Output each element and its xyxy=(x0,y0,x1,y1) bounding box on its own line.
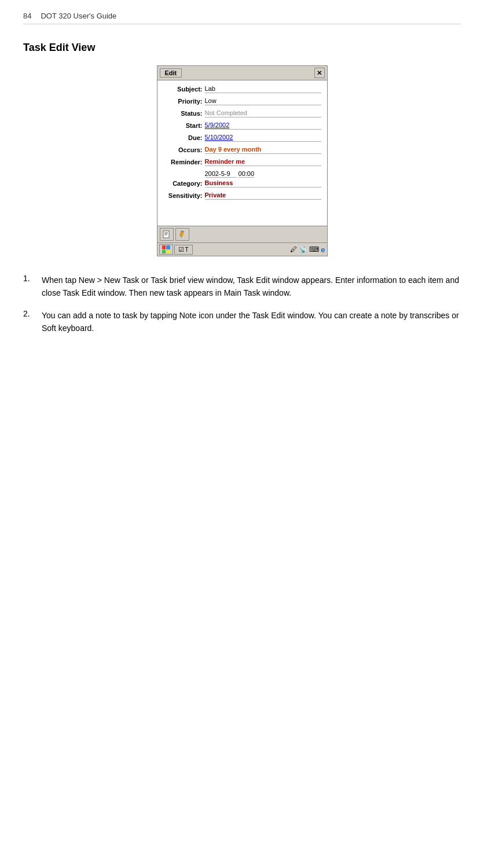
windows-logo-icon xyxy=(162,245,170,253)
edit-button[interactable] xyxy=(175,228,189,241)
category-label: Category: xyxy=(163,179,205,187)
due-row: Due: 5/10/2002 xyxy=(163,134,321,144)
occurs-label: Occurs: xyxy=(163,146,205,153)
instruction-2: 2. You can add a note to task by tapping… xyxy=(23,309,461,335)
task-app-button[interactable]: ☑ T xyxy=(174,245,193,255)
pencil-icon xyxy=(178,230,186,238)
subject-label: Subject: xyxy=(163,85,205,93)
status-row: Status: Not Completed xyxy=(163,109,321,120)
sensitivity-row: Sensitivity: Private xyxy=(163,192,321,202)
reminder-datetime-row: 2002-5-9 00:00 xyxy=(205,170,321,178)
reminder-date[interactable]: 2002-5-9 xyxy=(205,170,236,178)
section-title: Task Edit View xyxy=(23,42,461,54)
task-app-label: T xyxy=(185,247,189,253)
window-spacer xyxy=(163,204,321,221)
occurs-value[interactable]: Day 9 every month xyxy=(205,146,321,154)
priority-label: Priority: xyxy=(163,97,205,105)
reminder-label: Reminder: xyxy=(163,158,205,165)
window-toolbar xyxy=(157,226,327,242)
ie-icon[interactable]: e xyxy=(321,245,325,254)
window-taskbar: ☑ T 🖊 📡 ⌨ e xyxy=(157,242,327,256)
sensitivity-value[interactable]: Private xyxy=(205,192,321,200)
stylus-icon[interactable]: 🖊 xyxy=(290,245,297,253)
status-label: Status: xyxy=(163,109,205,117)
category-value[interactable]: Business xyxy=(205,179,321,187)
reminder-time[interactable]: 00:00 xyxy=(239,170,255,178)
keyboard-icon[interactable]: ⌨ xyxy=(309,245,319,253)
due-value[interactable]: 5/10/2002 xyxy=(205,134,321,142)
task-checkbox-icon: ☑ xyxy=(178,246,184,253)
reminder-row: Reminder: Reminder me xyxy=(163,158,321,168)
svg-rect-0 xyxy=(163,231,169,238)
subject-row: Subject: Lab xyxy=(163,85,321,95)
window-close-button[interactable]: ✕ xyxy=(314,68,325,78)
taskbar-right: 🖊 📡 ⌨ e xyxy=(290,245,325,254)
page-number: 84 xyxy=(23,12,31,20)
instruction-2-number: 2. xyxy=(23,309,37,318)
instruction-1-number: 1. xyxy=(23,274,37,283)
instruction-1-text: When tap New > New Task or Task brief vi… xyxy=(42,274,461,300)
subject-value: Lab xyxy=(205,85,321,93)
start-button[interactable] xyxy=(159,244,173,255)
instruction-1: 1. When tap New > New Task or Task brief… xyxy=(23,274,461,300)
start-row: Start: 5/9/2002 xyxy=(163,122,321,132)
start-value[interactable]: 5/9/2002 xyxy=(205,122,321,130)
priority-row: Priority: Low xyxy=(163,97,321,108)
edit-title-button[interactable]: Edit xyxy=(160,68,182,78)
screenshot-container: Edit ✕ Subject: Lab Priority: Low Status… xyxy=(23,65,461,256)
svg-marker-5 xyxy=(181,237,182,238)
occurs-row: Occurs: Day 9 every month xyxy=(163,146,321,156)
task-edit-window: Edit ✕ Subject: Lab Priority: Low Status… xyxy=(157,65,328,256)
due-label: Due: xyxy=(163,134,205,141)
svg-rect-4 xyxy=(179,230,184,237)
sensitivity-label: Sensitivity: xyxy=(163,192,205,199)
network-icon[interactable]: 📡 xyxy=(299,245,307,253)
note-icon xyxy=(163,230,171,238)
note-button[interactable] xyxy=(160,228,174,241)
window-titlebar: Edit ✕ xyxy=(157,66,327,80)
priority-value: Low xyxy=(205,97,321,105)
window-content: Subject: Lab Priority: Low Status: Not C… xyxy=(157,80,327,226)
status-value: Not Completed xyxy=(205,109,321,117)
header-title: DOT 320 User's Guide xyxy=(41,12,116,20)
instruction-2-text: You can add a note to task by tapping No… xyxy=(42,309,461,335)
category-row: Category: Business xyxy=(163,179,321,190)
start-label: Start: xyxy=(163,122,205,129)
reminder-value[interactable]: Reminder me xyxy=(205,158,321,166)
instructions-container: 1. When tap New > New Task or Task brief… xyxy=(23,274,461,335)
page-header: 84 DOT 320 User's Guide xyxy=(23,12,461,24)
